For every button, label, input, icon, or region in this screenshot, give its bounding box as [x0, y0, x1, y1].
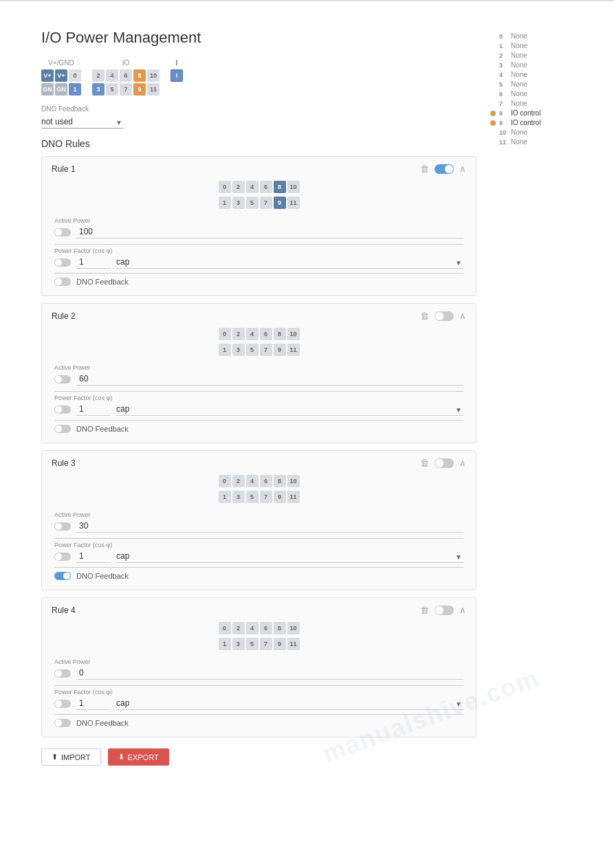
rule-3-pf-input[interactable] [76, 550, 111, 563]
rule-pin-2[interactable]: 2 [232, 328, 245, 340]
rule-2-toggle[interactable] [435, 311, 454, 321]
rule-pin-2[interactable]: 2 [232, 475, 245, 487]
rule-pin-bottom-row[interactable]: 1357911 [219, 197, 300, 209]
rule-1-active-power-toggle[interactable] [54, 228, 71, 236]
rule-2-pf-toggle[interactable] [54, 405, 71, 414]
rule-3-pf-label: Power Factor (cos φ) [54, 542, 463, 548]
legend-num-10: 10 [499, 129, 507, 136]
rule-pin-9[interactable]: 9 [274, 638, 286, 650]
rule-pin-6[interactable]: 6 [260, 181, 272, 193]
rule-pin-6[interactable]: 6 [260, 475, 272, 487]
rule-pin-0[interactable]: 0 [219, 475, 231, 487]
rule-pin-10[interactable]: 10 [287, 475, 300, 487]
rule-2-collapse-icon[interactable]: ∧ [459, 311, 466, 321]
rule-pin-11[interactable]: 11 [287, 344, 300, 356]
rule-pin-11[interactable]: 11 [287, 197, 300, 209]
rule-pin-top-row[interactable]: 0246810 [219, 181, 300, 193]
rule-pin-7[interactable]: 7 [260, 638, 272, 650]
rule-pin-7[interactable]: 7 [260, 344, 272, 356]
rule-3-active-power-input[interactable] [76, 520, 463, 533]
rule-3-pf-select[interactable]: capindnone [116, 550, 463, 563]
rule-3-header: Rule 3🗑∧ [52, 458, 466, 468]
rule-pin-8[interactable]: 8 [274, 622, 286, 634]
rule-2-delete-icon[interactable]: 🗑 [420, 311, 429, 321]
rule-pin-8[interactable]: 8 [274, 181, 286, 193]
rule-4-delete-icon[interactable]: 🗑 [420, 605, 429, 615]
rule-pin-0[interactable]: 0 [219, 622, 231, 634]
rule-1-pf-input[interactable] [76, 256, 111, 269]
rule-pin-3[interactable]: 3 [232, 491, 245, 503]
rule-pin-1[interactable]: 1 [219, 638, 231, 650]
rule-pin-bottom-row[interactable]: 1357911 [219, 344, 300, 356]
legend-label-2: None [511, 52, 527, 59]
rule-pin-2[interactable]: 2 [232, 181, 245, 193]
rule-pin-8[interactable]: 8 [274, 328, 286, 340]
rule-pin-1[interactable]: 1 [219, 344, 231, 356]
rule-pin-9[interactable]: 9 [274, 491, 286, 503]
rule-1-toggle[interactable] [435, 164, 454, 174]
rule-3-dno-toggle[interactable] [54, 572, 71, 580]
rule-3-pf-toggle[interactable] [54, 553, 71, 561]
rule-2-active-power-input[interactable] [76, 372, 463, 386]
rule-pin-3[interactable]: 3 [232, 344, 245, 356]
rule-pin-3[interactable]: 3 [232, 197, 245, 209]
dno-feedback-select[interactable]: not used IO 8 IO 9 IO 10 IO 11 [41, 115, 124, 129]
rule-4-pf-toggle[interactable] [54, 700, 71, 708]
rule-pin-0[interactable]: 0 [219, 181, 231, 193]
rule-pin-top-row[interactable]: 0246810 [219, 328, 300, 340]
rule-pin-5[interactable]: 5 [246, 344, 259, 356]
rule-1-pf-select[interactable]: capindnone [116, 256, 463, 269]
rule-2-pf-input[interactable] [76, 403, 111, 416]
rule-3-toggle[interactable] [435, 458, 454, 468]
rule-3-collapse-icon[interactable]: ∧ [459, 458, 466, 468]
rule-pin-top-row[interactable]: 0246810 [219, 622, 300, 634]
rule-pin-10[interactable]: 10 [287, 181, 300, 193]
rule-4-dno-toggle[interactable] [54, 719, 71, 727]
rule-pin-0[interactable]: 0 [219, 328, 231, 340]
rule-1-delete-icon[interactable]: 🗑 [420, 164, 429, 174]
rule-pin-6[interactable]: 6 [260, 328, 272, 340]
import-button[interactable]: ⬆ IMPORT [41, 748, 101, 766]
export-button[interactable]: ⬇ EXPORT [108, 748, 169, 766]
rule-pin-5[interactable]: 5 [246, 197, 259, 209]
rule-4-collapse-icon[interactable]: ∧ [459, 605, 466, 615]
rule-pin-bottom-row[interactable]: 1357911 [219, 638, 300, 650]
rule-4-active-power-input[interactable] [76, 667, 463, 680]
rule-pin-10[interactable]: 10 [287, 328, 300, 340]
rule-1-pf-toggle[interactable] [54, 258, 71, 267]
rule-pin-4[interactable]: 4 [246, 622, 259, 634]
rule-1-dno-toggle[interactable] [54, 278, 71, 286]
rule-pin-8[interactable]: 8 [274, 475, 286, 487]
rule-pin-7[interactable]: 7 [260, 197, 272, 209]
rule-pin-3[interactable]: 3 [232, 638, 245, 650]
rule-pin-6[interactable]: 6 [260, 622, 272, 634]
rule-2-active-power-toggle[interactable] [54, 375, 71, 383]
rule-pin-11[interactable]: 11 [287, 638, 300, 650]
rule-pin-9[interactable]: 9 [274, 344, 286, 356]
rule-pin-5[interactable]: 5 [246, 638, 259, 650]
rule-pin-1[interactable]: 1 [219, 491, 231, 503]
rule-1-collapse-icon[interactable]: ∧ [459, 164, 466, 174]
rule-pin-10[interactable]: 10 [287, 622, 300, 634]
rule-4-pf-input[interactable] [76, 697, 111, 710]
rule-2-pf-select[interactable]: capindnone [116, 403, 463, 416]
rule-4-active-power-toggle[interactable] [54, 669, 71, 678]
rule-pin-1[interactable]: 1 [219, 197, 231, 209]
rule-1-active-power-input[interactable] [76, 225, 463, 238]
rule-pin-7[interactable]: 7 [260, 491, 272, 503]
rule-4-pf-select[interactable]: capindnone [116, 697, 463, 710]
vgnd-bottom-row: GN GN 1 [41, 83, 81, 96]
rule-3-active-power-toggle[interactable] [54, 522, 71, 531]
rule-pin-2[interactable]: 2 [232, 622, 245, 634]
rule-pin-4[interactable]: 4 [246, 475, 259, 487]
rule-pin-9[interactable]: 9 [274, 197, 286, 209]
rule-pin-11[interactable]: 11 [287, 491, 300, 503]
rule-pin-5[interactable]: 5 [246, 491, 259, 503]
rule-pin-top-row[interactable]: 0246810 [219, 475, 300, 487]
rule-pin-4[interactable]: 4 [246, 328, 259, 340]
rule-3-delete-icon[interactable]: 🗑 [420, 458, 429, 468]
rule-pin-bottom-row[interactable]: 1357911 [219, 491, 300, 503]
rule-4-toggle[interactable] [435, 605, 454, 615]
rule-pin-4[interactable]: 4 [246, 181, 259, 193]
rule-2-dno-toggle[interactable] [54, 425, 71, 433]
